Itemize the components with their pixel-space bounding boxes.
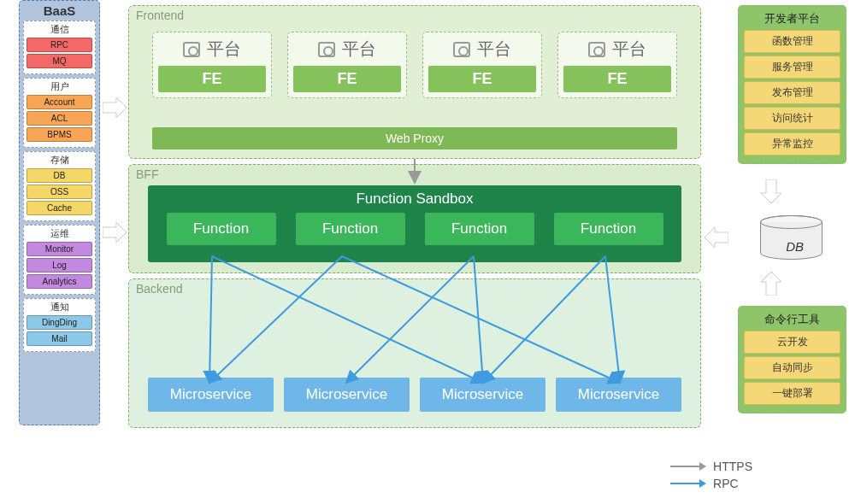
legend-https-line <box>670 466 705 467</box>
baas-item: Mail <box>27 331 92 346</box>
baas-group-2: 存储DBOSSCache <box>23 151 96 221</box>
platform-label: 平台 <box>612 38 646 61</box>
legend-rpc-line <box>670 483 705 484</box>
platform-box: 平台FE <box>422 32 542 98</box>
microservice-box: Microservice <box>284 378 410 412</box>
camera-icon <box>453 42 470 57</box>
baas-item: DB <box>27 168 92 183</box>
tier-label-frontend: Frontend <box>136 9 184 22</box>
fe-box: FE <box>293 66 401 92</box>
db-cylinder <box>759 215 823 261</box>
platform-header: 平台 <box>318 38 376 61</box>
baas-group-3: 运维MonitorLogAnalytics <box>23 225 96 295</box>
baas-item: Analytics <box>27 274 92 289</box>
camera-icon <box>588 42 605 57</box>
arrow-baas-to-frontend <box>103 97 127 118</box>
function-box: Function <box>296 213 405 245</box>
baas-item: ACL <box>27 111 92 126</box>
legend: HTTPS RPC <box>670 460 752 494</box>
baas-item: Log <box>27 258 92 273</box>
tier-frontend: Frontend 平台FE平台FE平台FE平台FE Web Proxy <box>128 5 701 159</box>
camera-icon <box>318 42 335 57</box>
cli-tools-title: 命令行工具 <box>744 312 840 327</box>
platform-label: 平台 <box>342 38 376 61</box>
dev-panel-item: 发布管理 <box>744 81 840 104</box>
cli-panel-item: 一键部署 <box>744 382 840 405</box>
tier-label-bff: BFF <box>136 167 158 181</box>
baas-title: BaaS <box>23 3 96 18</box>
microservice-box: Microservice <box>556 378 681 412</box>
baas-panel: BaaS 通信RPCMQ用户AccountACLBPMS存储DBOSSCache… <box>19 0 100 425</box>
baas-group-4: 通知DingDingMail <box>23 298 96 352</box>
function-box: Function <box>554 213 663 245</box>
platform-label: 平台 <box>477 38 511 61</box>
microservice-box: Microservice <box>148 378 274 412</box>
baas-group-title: 通知 <box>27 301 92 314</box>
arrow-db-to-sandbox <box>705 227 728 248</box>
dev-platform-title: 开发者平台 <box>744 11 840 26</box>
fe-box: FE <box>563 66 671 92</box>
platform-header: 平台 <box>588 38 646 61</box>
arrow-cli-to-db <box>761 272 781 296</box>
baas-group-title: 存储 <box>27 154 92 167</box>
baas-group-title: 运维 <box>27 227 92 240</box>
baas-item: Cache <box>27 201 92 215</box>
legend-https-label: HTTPS <box>713 460 752 473</box>
baas-item: MQ <box>27 54 92 68</box>
platform-box: 平台FE <box>152 32 272 98</box>
microservice-box: Microservice <box>420 378 545 412</box>
dev-platform-panel: 开发者平台 函数管理服务管理发布管理访问统计异常监控 <box>738 5 846 164</box>
sandbox-title: Function Sandbox <box>148 190 681 208</box>
dev-panel-item: 访问统计 <box>744 107 840 130</box>
baas-item: Monitor <box>27 242 92 256</box>
cli-tools-panel: 命令行工具 云开发自动同步一键部署 <box>738 306 846 413</box>
tier-bff: BFF Function Sandbox FunctionFunctionFun… <box>128 164 701 273</box>
baas-item: OSS <box>27 185 92 199</box>
web-proxy: Web Proxy <box>152 127 677 149</box>
platform-box: 平台FE <box>287 32 407 98</box>
baas-item: DingDing <box>27 315 92 330</box>
dev-panel-item: 服务管理 <box>744 56 840 79</box>
baas-group-title: 通信 <box>27 23 92 36</box>
function-box: Function <box>167 213 276 245</box>
dev-panel-item: 函数管理 <box>744 30 840 53</box>
fe-box: FE <box>428 66 536 92</box>
cli-panel-item: 云开发 <box>744 331 840 354</box>
baas-group-0: 通信RPCMQ <box>23 21 96 74</box>
platform-header: 平台 <box>453 38 511 61</box>
baas-item: Account <box>27 95 92 109</box>
tier-label-backend: Backend <box>136 282 182 296</box>
platform-header: 平台 <box>183 38 241 61</box>
fe-box: FE <box>158 66 266 92</box>
arrow-baas-to-bff <box>103 222 127 243</box>
legend-rpc-label: RPC <box>713 477 739 490</box>
db-label: DB <box>786 239 804 254</box>
function-box: Function <box>425 213 534 245</box>
platform-box: 平台FE <box>557 32 677 98</box>
dev-panel-item: 异常监控 <box>744 132 840 155</box>
camera-icon <box>183 42 200 57</box>
baas-group-1: 用户AccountACLBPMS <box>23 78 96 148</box>
baas-item: RPC <box>27 38 92 52</box>
tier-backend: Backend MicroserviceMicroserviceMicroser… <box>128 278 701 428</box>
function-sandbox: Function Sandbox FunctionFunctionFunctio… <box>148 185 681 262</box>
baas-item: BPMS <box>27 127 92 142</box>
cli-panel-item: 自动同步 <box>744 356 840 379</box>
baas-group-title: 用户 <box>27 80 92 93</box>
platform-label: 平台 <box>207 38 241 61</box>
arrow-dev-to-db <box>761 179 781 203</box>
